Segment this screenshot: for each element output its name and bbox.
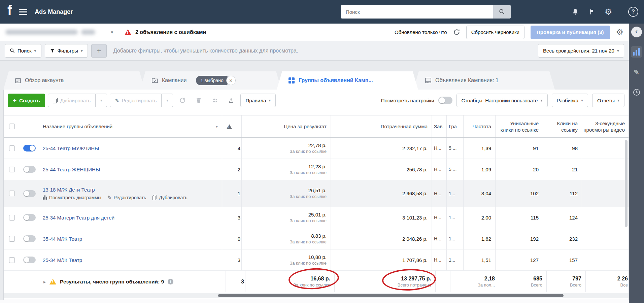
adset-name-link[interactable]: 25-34 Матери Театр для детей xyxy=(43,215,114,221)
plus-icon: + xyxy=(13,97,16,104)
filter-placeholder[interactable]: Добавьте фильтры, чтобы уменьшить количе… xyxy=(113,48,298,54)
duplicate-button[interactable]: Дублировать xyxy=(48,94,96,107)
cost-column-header[interactable]: Цена за результат xyxy=(241,115,331,137)
search-button[interactable] xyxy=(493,5,511,19)
help-icon[interactable]: ? xyxy=(628,7,638,17)
facebook-logo-icon[interactable]: f xyxy=(7,3,12,17)
rules-button[interactable]: Правила ▾ xyxy=(240,94,276,107)
ends-value: Н... xyxy=(434,215,441,220)
row-checkbox[interactable] xyxy=(9,191,15,196)
columns-button[interactable]: Столбцы: Настройки пользовате ▾ xyxy=(456,94,548,107)
adset-active-toggle[interactable] xyxy=(23,214,36,221)
ends-column-header[interactable]: Зав xyxy=(432,115,446,137)
edit-button[interactable]: ✎ Редактировать xyxy=(110,94,162,107)
adset-name-link[interactable]: 25-34 М/Ж Театр xyxy=(43,257,82,263)
horizontal-scrollbar-thumb[interactable] xyxy=(218,294,564,297)
spent-column-header[interactable]: Потраченная сумма xyxy=(331,115,432,137)
add-filter-button[interactable]: + xyxy=(91,44,107,58)
discard-drafts-button[interactable]: Сбросить черновики xyxy=(466,26,524,39)
delete-button[interactable] xyxy=(192,94,205,107)
tab-account-overview[interactable]: Обзор аккаунта xyxy=(3,71,145,90)
review-publish-button[interactable]: Проверка и публикация (3) xyxy=(531,26,610,39)
adset-active-toggle[interactable] xyxy=(23,257,36,263)
refresh-button[interactable] xyxy=(176,94,189,107)
gear-icon[interactable]: ⚙ xyxy=(605,8,612,16)
adset-active-toggle[interactable] xyxy=(23,190,36,197)
settings-gear-icon[interactable]: ⚙ xyxy=(616,28,623,36)
adset-name-link[interactable]: 25-44 Театр МУЖЧИНЫ xyxy=(43,145,99,151)
schedule-column-header[interactable]: Гра xyxy=(446,115,463,137)
filters-button[interactable]: Фильтры ▾ xyxy=(45,44,88,58)
vertical-scrollbar[interactable] xyxy=(625,140,628,227)
spent-value: 2 232,17 р. xyxy=(402,145,428,151)
tab-ad-sets[interactable]: Группы объявлений Камп... xyxy=(277,71,418,90)
table-row: 25-44 Театр ЖЕНЩИНЫ 2 12,23 р.За клик по… xyxy=(4,159,629,180)
top-navbar: f Ads Manager ⚙ ? xyxy=(0,0,644,24)
bell-icon[interactable] xyxy=(572,8,579,15)
ends-value: Н... xyxy=(434,257,441,263)
ad-sets-grid-icon xyxy=(288,77,295,84)
tab-campaigns[interactable]: Кампании 1 выбрано ✕ xyxy=(140,71,281,90)
expand-caret-icon[interactable]: ▸ xyxy=(43,279,46,284)
clear-selection-icon[interactable]: ✕ xyxy=(226,76,236,85)
duplicate-action[interactable]: Дублировать xyxy=(152,195,187,200)
search-input[interactable] xyxy=(341,5,493,19)
account-selector[interactable]: ▾ xyxy=(5,30,113,35)
collapse-panel-button[interactable]: ‹ xyxy=(631,27,642,37)
clipped-results-value: 1 xyxy=(238,191,240,196)
audience-button[interactable] xyxy=(208,94,222,107)
date-range-button[interactable]: Весь срок действия: 21 ноя 20 ▾ xyxy=(538,44,624,58)
edit-action[interactable]: ✎ Редактировать xyxy=(107,195,146,200)
adset-name-link[interactable]: 13-18 М/Ж Дети Театр xyxy=(43,187,95,193)
summary-cost-sub: За клик по ссылке xyxy=(293,283,330,288)
errors-notice[interactable]: 2 объявления с ошибками xyxy=(125,29,206,35)
link-clicks-value: 112 xyxy=(570,191,578,196)
chevron-down-icon: ▾ xyxy=(540,98,542,103)
row-checkbox[interactable] xyxy=(9,257,15,263)
unique-clicks-value: 192 xyxy=(530,236,539,242)
sidebar-edit-button[interactable]: ✎ xyxy=(631,66,642,78)
tab-ads[interactable]: Объявления Кампания: 1 xyxy=(413,71,555,90)
create-button[interactable]: + Создать xyxy=(8,94,45,107)
summary-cost-value: 16,68 р. xyxy=(310,276,330,282)
adset-name-link[interactable]: 35-44 М/Ж Театр xyxy=(43,236,82,242)
funnel-icon xyxy=(50,48,55,53)
sidebar-history-button[interactable] xyxy=(631,87,642,98)
duplicate-menu-button[interactable]: ▾ xyxy=(96,94,107,107)
unique-clicks-column-header[interactable]: Уникальные клики по ссылке xyxy=(495,115,543,137)
view-charts-action[interactable]: Посмотреть диаграммы xyxy=(43,195,101,200)
edit-menu-button[interactable]: ▾ xyxy=(162,94,173,107)
adset-active-toggle[interactable] xyxy=(23,145,36,152)
row-checkbox[interactable] xyxy=(9,145,15,151)
export-button[interactable] xyxy=(224,94,238,107)
row-checkbox[interactable] xyxy=(9,215,15,221)
summary-row: ▸ Результаты, число групп объявлений: 9 … xyxy=(4,271,629,292)
chart-icon xyxy=(43,195,47,200)
sort-caret-icon[interactable]: ▾ xyxy=(216,124,218,129)
link-clicks-value: 98 xyxy=(572,145,578,151)
menu-icon[interactable] xyxy=(19,9,27,15)
filter-search-button[interactable]: Поиск ▾ xyxy=(5,44,41,58)
breakdown-button[interactable]: Разбивка ▾ xyxy=(552,94,588,107)
horizontal-scrollbar-track xyxy=(4,293,629,298)
video-views-column-header[interactable]: 3-секундные просмотры видео xyxy=(582,115,625,137)
adset-active-toggle[interactable] xyxy=(23,235,36,242)
info-icon[interactable]: i xyxy=(168,279,173,284)
unique-clicks-value: 20 xyxy=(533,167,539,172)
reports-button[interactable]: Отчеты ▾ xyxy=(592,94,624,107)
ends-value: Н... xyxy=(434,236,441,241)
error-warning-icon xyxy=(125,29,131,35)
row-checkbox[interactable] xyxy=(9,167,15,172)
adset-active-toggle[interactable] xyxy=(23,166,36,173)
pencil-icon: ✎ xyxy=(115,98,119,103)
view-settings-toggle[interactable] xyxy=(438,97,452,104)
refresh-icon[interactable] xyxy=(453,29,460,36)
flag-icon[interactable] xyxy=(588,8,595,15)
row-checkbox[interactable] xyxy=(9,236,15,242)
adset-name-link[interactable]: 25-44 Театр ЖЕНЩИНЫ xyxy=(43,167,100,172)
frequency-column-header[interactable]: Частота xyxy=(463,115,495,137)
people-icon xyxy=(211,97,218,104)
sidebar-charts-button[interactable] xyxy=(631,46,642,58)
select-all-checkbox[interactable] xyxy=(9,124,15,129)
link-clicks-column-header[interactable]: Клики на ссылку xyxy=(543,115,582,137)
